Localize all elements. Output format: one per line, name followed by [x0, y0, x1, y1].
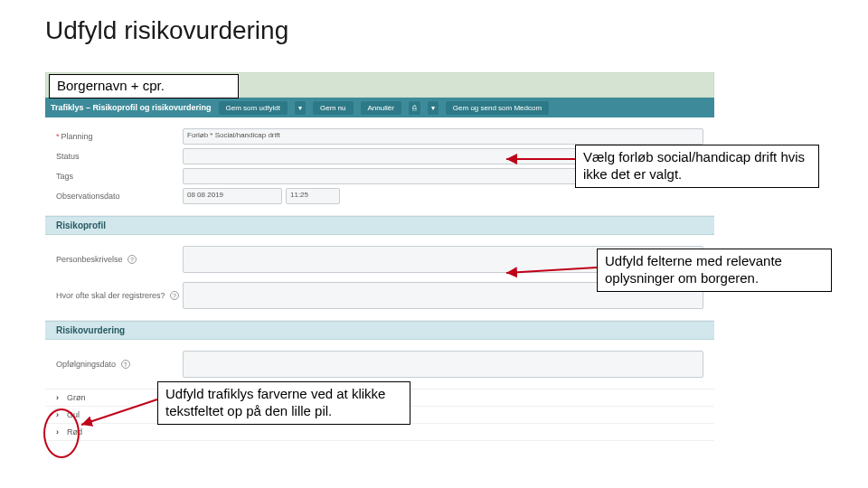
callout-borgernavn: Borgernavn + cpr.	[49, 74, 239, 99]
toolbar-submit-button[interactable]: Gem som udfyldt	[219, 101, 288, 115]
label-personbeskrivelse: Personbeskrivelse ?	[56, 255, 183, 264]
help-icon[interactable]: ?	[170, 291, 179, 300]
expander-rod-label: Rød	[67, 427, 82, 436]
label-status: Status	[56, 152, 183, 161]
label-opfolgning: Opfølgningsdato ?	[56, 360, 183, 369]
label-tags: Tags	[56, 172, 183, 181]
section-risikovurdering: Risikovurdering	[45, 321, 714, 340]
toolbar-medcom-button[interactable]: Gem og send som Medcom	[446, 101, 549, 115]
field-opfolgning[interactable]	[183, 351, 703, 378]
chevron-right-icon: ›	[56, 393, 67, 402]
callout-forlob: Vælg forløb social/handicap drift hvis i…	[575, 145, 819, 188]
expander-rod[interactable]: › Rød	[45, 424, 714, 441]
page-title: Udfyld risikovurdering	[0, 0, 868, 56]
expander-gul-label: Gul	[67, 410, 80, 419]
toolbar-gem-button[interactable]: Gem nu	[313, 101, 353, 115]
label-hvorofte: Hvor ofte skal der registreres? ?	[56, 291, 183, 300]
label-planning: *Planning	[56, 132, 183, 141]
chevron-right-icon: ›	[56, 410, 67, 419]
toolbar: Trafiklys – Risikoprofil og risikovurder…	[45, 98, 714, 117]
field-planning[interactable]: Forløb * Social/handicap drift	[183, 128, 703, 145]
toolbar-print-button[interactable]: ⎙	[409, 101, 420, 115]
toolbar-submit-dropdown[interactable]: ▾	[295, 101, 306, 115]
toolbar-annuller-button[interactable]: Annullér	[361, 101, 401, 115]
chevron-right-icon: ›	[56, 427, 67, 436]
help-icon[interactable]: ?	[127, 255, 137, 264]
toolbar-dropdown-button[interactable]: ▾	[428, 101, 439, 115]
label-obs: Observationsdato	[56, 192, 183, 201]
field-obs-date[interactable]: 08 08 2019	[183, 188, 282, 204]
help-icon[interactable]: ?	[121, 360, 130, 369]
callout-felter: Udfyld felterne med relevante oplysninge…	[597, 249, 832, 292]
expander-gron-label: Grøn	[67, 393, 86, 402]
section-risikoprofil: Risikoprofil	[45, 216, 714, 235]
callout-trafiklys: Udfyld trafiklys farverne ved at klikke …	[157, 381, 410, 425]
toolbar-title: Trafiklys – Risikoprofil og risikovurder…	[51, 103, 212, 112]
field-obs-time[interactable]: 11:25	[286, 188, 340, 204]
